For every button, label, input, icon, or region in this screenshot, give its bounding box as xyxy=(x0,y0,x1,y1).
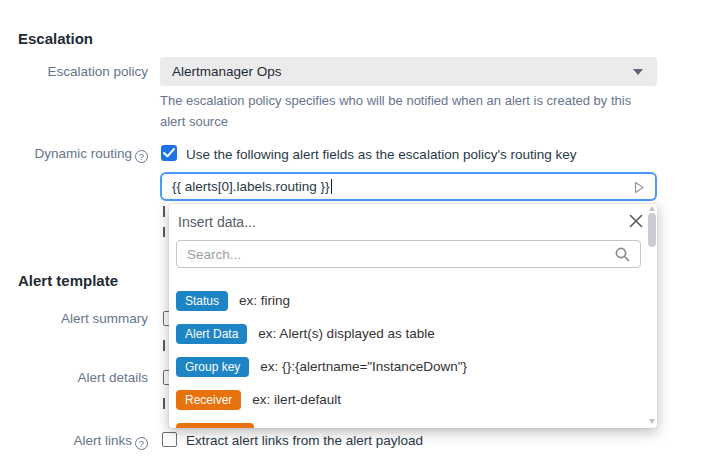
alert-links-label: Alert links? xyxy=(0,433,148,450)
alert-links-checkbox[interactable] xyxy=(162,432,177,447)
routing-key-value: {{ alerts[0].labels.routing }} xyxy=(172,179,330,194)
scrollbar-down-arrow[interactable] xyxy=(649,419,655,424)
alert-template-heading: Alert template xyxy=(18,272,118,289)
help-icon[interactable]: ? xyxy=(135,150,148,163)
checkmark-icon xyxy=(163,148,175,158)
escalation-policy-select[interactable]: Alertmanager Ops xyxy=(160,57,657,86)
list-item-status[interactable]: Status ex: firing xyxy=(176,289,290,312)
search-icon xyxy=(614,246,631,266)
chevron-down-icon xyxy=(633,69,643,75)
dynamic-routing-label: Dynamic routing? xyxy=(0,146,148,163)
insert-data-popup: Insert data... Status ex: firing Alert D… xyxy=(169,204,657,428)
list-item-alert-status[interactable]: Alert status ex: firing xyxy=(176,421,316,428)
obscured-text-fragment xyxy=(163,227,165,237)
list-item-alert-data[interactable]: Alert Data ex: Alert(s) displayed as tab… xyxy=(176,322,435,345)
receiver-badge: Receiver xyxy=(176,390,241,410)
close-button[interactable] xyxy=(628,213,644,229)
close-icon xyxy=(628,213,644,229)
dynamic-routing-checkbox-label[interactable]: Use the following alert fields as the es… xyxy=(186,147,577,163)
item-example: ex: Alert(s) displayed as table xyxy=(258,326,434,341)
escalation-policy-value: Alertmanager Ops xyxy=(172,64,282,79)
status-badge: Status xyxy=(176,291,228,311)
scrollbar-up-arrow[interactable] xyxy=(649,206,655,211)
scrollbar-thumb[interactable] xyxy=(648,213,656,247)
obscured-text-fragment xyxy=(163,398,165,409)
list-item-receiver[interactable]: Receiver ex: ilert-default xyxy=(176,388,341,411)
item-example: ex: firing xyxy=(239,293,290,308)
item-example: ex: {}:{alertname="InstanceDown"} xyxy=(260,359,467,374)
routing-key-input[interactable]: {{ alerts[0].labels.routing }} xyxy=(160,172,657,201)
search-input[interactable] xyxy=(176,240,641,268)
text-cursor xyxy=(331,179,332,194)
popup-title: Insert data... xyxy=(178,214,256,230)
escalation-policy-help: The escalation policy specifies who will… xyxy=(160,90,657,132)
escalation-policy-label: Escalation policy xyxy=(0,64,148,80)
alert-links-checkbox-label[interactable]: Extract alert links from the alert paylo… xyxy=(186,433,423,449)
group-key-badge: Group key xyxy=(176,357,249,377)
alert-status-badge: Alert status xyxy=(176,423,254,429)
help-icon[interactable]: ? xyxy=(135,437,148,450)
alert-summary-label: Alert summary xyxy=(0,311,148,327)
alert-details-label: Alert details xyxy=(0,370,148,386)
item-example: ex: ilert-default xyxy=(252,392,341,407)
obscured-text-fragment xyxy=(163,206,165,217)
obscured-text-fragment xyxy=(163,340,165,351)
escalation-heading: Escalation xyxy=(18,30,93,47)
alert-source-settings-page: Escalation Escalation policy Alertmanage… xyxy=(0,0,707,472)
item-example: ex: firing xyxy=(265,425,316,428)
list-item-group-key[interactable]: Group key ex: {}:{alertname="InstanceDow… xyxy=(176,355,467,378)
alert-data-badge: Alert Data xyxy=(176,324,247,344)
dynamic-routing-checkbox[interactable] xyxy=(161,145,177,161)
play-icon[interactable] xyxy=(631,180,646,198)
